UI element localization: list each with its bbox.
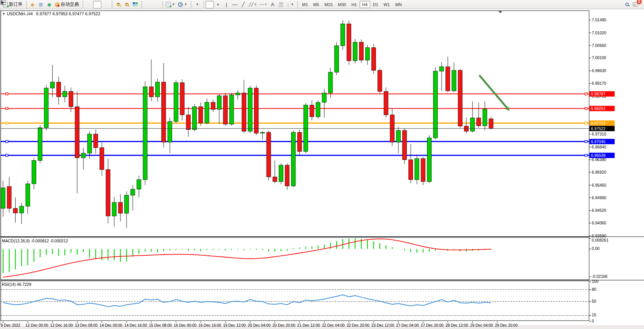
line-handle[interactable] — [585, 140, 587, 143]
toolbar-grip — [25, 1, 27, 8]
line-handle[interactable] — [6, 93, 8, 95]
rsi-tick-label: 50 — [592, 299, 596, 303]
time-tick-label: 29 Dec 04:00 — [470, 323, 493, 327]
candle — [87, 134, 92, 153]
collapse-triangle-icon[interactable]: ▼ — [2, 12, 5, 16]
market-watch-button[interactable]: ◆ — [28, 1, 37, 8]
candle — [316, 102, 320, 117]
candle — [279, 165, 283, 182]
candle — [13, 208, 18, 213]
bar-chart-button[interactable] — [85, 1, 93, 8]
trendline-icon: ╱ — [242, 2, 245, 7]
candle — [471, 118, 475, 131]
timeframe-h4-button[interactable]: H4 — [360, 1, 370, 8]
candle — [353, 42, 357, 61]
candle — [483, 109, 487, 126]
time-tick-label: 15 Dec 08:00 — [149, 323, 172, 327]
time-tick-label: 21 Dec 12:00 — [297, 323, 320, 327]
candle — [38, 128, 42, 161]
price-tag-label: 6.98787 — [591, 92, 605, 96]
time-tick-label: 19 Dec 12:00 — [223, 323, 246, 327]
line-handle[interactable] — [6, 140, 8, 143]
line-handle[interactable] — [585, 107, 587, 110]
price-tick-label: 6.95920 — [592, 170, 606, 174]
candle — [174, 82, 178, 121]
notifications-button[interactable]: 1 — [631, 1, 639, 8]
candle — [273, 177, 277, 182]
text-label-tool-button[interactable]: T — [277, 1, 285, 8]
timeframe-m15-button[interactable]: M15 — [322, 1, 335, 8]
arrows-tool-button[interactable]: ↕▼ — [285, 1, 295, 8]
candle — [162, 82, 166, 142]
chart-title: ▼USDCNH-,H4 6.97877 6.97953 6.97477 6.97… — [2, 11, 100, 16]
candle — [180, 82, 184, 115]
signal-icon: ◉ — [47, 2, 51, 7]
candle — [56, 82, 61, 97]
vertical-line-tool-button[interactable]: | — [222, 1, 231, 8]
rsi-indicator-label: RSI(14) 46.7229 — [2, 282, 31, 287]
line-handle[interactable] — [585, 154, 587, 156]
line-handle[interactable] — [6, 107, 8, 110]
search-button[interactable] — [623, 1, 631, 8]
candle — [440, 67, 444, 71]
vertical-line-icon: | — [226, 2, 227, 7]
notification-badge: 1 — [637, 0, 642, 4]
price-chart[interactable]: 7.014907.010207.005607.001006.996306.991… — [0, 9, 644, 329]
candle — [285, 165, 289, 186]
line-handle[interactable] — [6, 154, 8, 156]
candlestick-chart-button[interactable] — [93, 1, 101, 8]
chart-window: 7.014907.010207.005607.001006.996306.991… — [0, 9, 644, 329]
auto-scroll-button[interactable] — [143, 1, 152, 8]
timeframe-m5-button[interactable]: M5 — [311, 1, 322, 8]
toolbar: 新订单 ◆ ▥ ◉ 自动交易 + − ▼ ▼ ▼ + | — ╱ ╱╱E — [0, 0, 644, 9]
line-handle[interactable] — [585, 93, 587, 95]
timeframe-m1-button[interactable]: M1 — [299, 1, 310, 8]
line-chart-button[interactable] — [101, 1, 110, 8]
signals-button[interactable]: ◉ — [45, 1, 53, 8]
cursor-tool-button[interactable] — [206, 1, 214, 8]
chart-shift-button[interactable] — [152, 1, 160, 8]
macd-tick-label: -0.02166 — [592, 274, 608, 279]
time-tick-label: 12 Dec 16:00 — [50, 323, 73, 327]
zoom-out-button[interactable]: − — [122, 1, 131, 8]
chevron-down-icon: ▼ — [172, 3, 175, 6]
line-handle[interactable] — [585, 122, 587, 124]
periods-button[interactable]: ▼ — [177, 1, 189, 8]
new-chart-button[interactable]: ▼ — [164, 1, 177, 8]
candle — [477, 118, 481, 126]
trendline-tool-button[interactable]: ╱ — [239, 1, 247, 8]
horizontal-line-tool-button[interactable]: — — [231, 1, 239, 8]
zoom-in-button[interactable]: + — [114, 1, 122, 8]
text-tool-button[interactable]: A — [268, 1, 277, 8]
time-tick-label: 20 Dec 20:00 — [273, 323, 296, 327]
toolbar-grip — [190, 1, 192, 8]
toolbar-grip — [202, 1, 204, 8]
text-label-icon: T — [279, 2, 283, 7]
timeframe-m30-button[interactable]: M30 — [335, 1, 348, 8]
price-tick-label: 6.96840 — [592, 145, 606, 149]
navigator-button[interactable]: ▥ — [37, 1, 45, 8]
candle — [112, 202, 116, 216]
auto-trading-button[interactable]: 自动交易 — [53, 1, 80, 8]
candle — [322, 93, 326, 102]
new-chart-icon — [166, 2, 170, 7]
candle — [384, 91, 388, 115]
tile-windows-button[interactable] — [131, 1, 139, 8]
timeframe-mn-button[interactable]: MN — [392, 1, 404, 8]
crosshair-tool-button[interactable]: + — [214, 1, 222, 8]
time-tick-label: 14 Dec 00:00 — [100, 323, 122, 327]
channel-tool-button[interactable]: ╱╱E — [247, 1, 258, 8]
timeframe-w1-button[interactable]: W1 — [381, 1, 393, 8]
line-handle[interactable] — [6, 122, 8, 124]
candle — [1, 188, 5, 208]
timeframe-h1-button[interactable]: H1 — [349, 1, 360, 8]
cursor-icon — [0, 0, 5, 5]
candle — [100, 148, 104, 169]
templates-button[interactable]: ▼ — [193, 1, 201, 8]
fibonacci-tool-button[interactable]: ┄┄F — [258, 1, 268, 8]
candle — [118, 202, 122, 213]
time-tick-label: 22 Dec 20:00 — [347, 323, 369, 327]
timeframe-d1-button[interactable]: D1 — [370, 1, 381, 8]
toolbar-grip — [82, 1, 84, 8]
time-tick-label: 28 Dec 12:00 — [445, 323, 468, 327]
